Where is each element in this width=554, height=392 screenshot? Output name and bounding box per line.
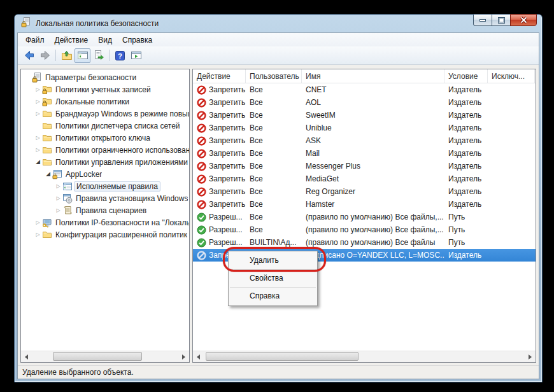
- action-cell: Разреш...: [193, 236, 246, 249]
- column-header[interactable]: Условие: [444, 69, 488, 83]
- condition-cell: Издатель: [444, 122, 488, 134]
- column-header[interactable]: Пользователь: [246, 69, 302, 83]
- menu-bar: Файл Действие Вид Справка: [18, 33, 539, 46]
- scrollbar-thumb[interactable]: [53, 352, 142, 361]
- back-icon[interactable]: [21, 48, 37, 63]
- deny-icon: [197, 98, 207, 108]
- tree-expander-icon[interactable]: ▷: [54, 180, 62, 192]
- column-header[interactable]: Имя: [302, 69, 444, 83]
- installer-rules-icon: [62, 193, 73, 204]
- context-menu-item-help[interactable]: Справка: [229, 288, 317, 304]
- column-header[interactable]: Действие: [193, 69, 246, 83]
- folder-icon: [42, 157, 53, 167]
- list-row[interactable]: ЗапретитьВсеCNETИздатель: [193, 83, 536, 96]
- action-cell: Запретить: [193, 147, 246, 160]
- exception-cell: [488, 83, 535, 96]
- scroll-right-arrow-icon[interactable]: [525, 351, 536, 362]
- user-cell: Все: [246, 160, 302, 172]
- tree-item[interactable]: ▷Политики ограниченного использован: [21, 144, 189, 156]
- action-cell: Разреш...: [193, 223, 246, 236]
- tree-expander-icon[interactable]: ◢: [44, 168, 52, 180]
- up-one-level-icon[interactable]: [59, 48, 75, 63]
- tree-item[interactable]: ▷Политики IP-безопасности на "Локаль: [21, 216, 189, 228]
- show-hide-console-tree-icon[interactable]: [75, 48, 90, 63]
- tree-expander-icon[interactable]: ▷: [34, 108, 42, 120]
- list-row[interactable]: ЗапретитьВсеUniblueИздатель: [193, 122, 536, 134]
- list-row[interactable]: ЗапретитьВсеHamsterИздатель: [193, 198, 536, 211]
- tree-expander-icon[interactable]: ▷: [34, 83, 42, 95]
- scroll-left-arrow-icon[interactable]: [21, 351, 32, 362]
- menu-help[interactable]: Справка: [117, 34, 157, 46]
- exception-cell: [488, 96, 535, 109]
- maximize-button[interactable]: [492, 14, 511, 26]
- context-menu-item-delete[interactable]: Удалить: [229, 253, 317, 269]
- rules-list-pane: ДействиеПользовательИмяУсловиеИсключ... …: [192, 69, 536, 363]
- tree-item[interactable]: Параметры безопасности: [21, 71, 189, 83]
- list-row[interactable]: ЗапретитьВсеSweetIMИздатель: [193, 109, 536, 122]
- title-bar[interactable]: Локальная политика безопасности: [17, 15, 539, 32]
- show-hide-action-pane-icon[interactable]: [128, 48, 144, 63]
- status-bar: Удаление выбранного объекта.: [18, 365, 539, 379]
- tree-expander-icon[interactable]: ▷: [34, 144, 42, 156]
- menu-action[interactable]: Действие: [50, 34, 94, 46]
- tree-expander-icon[interactable]: ▷: [34, 216, 42, 228]
- exception-cell: [488, 122, 535, 134]
- list-row[interactable]: ЗапретитьВсеMailИздатель: [193, 147, 536, 160]
- list-row[interactable]: ЗапретитьВсеAOLИздатель: [193, 96, 536, 109]
- menu-view[interactable]: Вид: [93, 34, 117, 46]
- list-rows: ЗапретитьВсеCNETИздательЗапретитьВсеAOLИ…: [193, 83, 536, 262]
- list-horizontal-scrollbar[interactable]: [193, 351, 536, 362]
- tree-item[interactable]: ▷Исполняемые правила: [21, 180, 189, 192]
- window-title: Локальная политика безопасности: [36, 19, 159, 28]
- status-text: Удаление выбранного объекта.: [22, 368, 134, 377]
- tree-item[interactable]: ◢AppLocker: [21, 168, 189, 180]
- tree-horizontal-scrollbar[interactable]: [21, 351, 189, 362]
- list-row[interactable]: Разреш...BUILTIN\Ад...(правило по умолча…: [193, 236, 536, 249]
- context-menu-item-properties[interactable]: Свойства: [229, 270, 317, 286]
- tree-item[interactable]: ▷Конфигурация расширенной политик: [21, 228, 189, 241]
- condition-cell: Издатель: [444, 134, 488, 147]
- column-header[interactable]: Исключ...: [488, 69, 535, 83]
- minimize-button[interactable]: [473, 14, 492, 26]
- list-row[interactable]: ЗапретитьВсеASKИздатель: [193, 134, 536, 147]
- tree-item[interactable]: Политики диспетчера списка сетей: [21, 120, 189, 132]
- tree-item[interactable]: ▷Локальные политики: [21, 95, 189, 108]
- help-icon[interactable]: ?: [112, 48, 128, 63]
- action-cell: Запретить: [193, 122, 246, 134]
- tree-item[interactable]: ▷Правила установщика Windows: [21, 192, 189, 204]
- tree-expander-icon[interactable]: ▷: [54, 204, 62, 216]
- folder-lock-icon: [42, 97, 53, 107]
- tree-expander-icon[interactable]: ▷: [54, 192, 62, 204]
- tree-item[interactable]: ▷Правила сценариев: [21, 204, 189, 216]
- list-row[interactable]: Разреш...Все(правило по умолчанию) Все ф…: [193, 211, 536, 223]
- tree-expander-icon[interactable]: ▷: [34, 95, 42, 108]
- scroll-right-arrow-icon[interactable]: [178, 351, 189, 362]
- folder-icon: [42, 230, 53, 240]
- tree-expander-icon[interactable]: ◢: [34, 156, 42, 168]
- forward-icon[interactable]: [37, 48, 53, 63]
- tree-item[interactable]: ▷Политики учетных записей: [21, 83, 189, 95]
- list-row[interactable]: ЗапретитьВсеMessenger PlusИздатель: [193, 160, 536, 172]
- scroll-left-arrow-icon[interactable]: [193, 351, 204, 362]
- tree-item[interactable]: ▷Политики открытого ключа: [21, 132, 189, 144]
- name-cell: (правило по умолчанию) Все файлы,...: [302, 223, 444, 236]
- scrollbar-thumb[interactable]: [206, 352, 359, 361]
- list-row[interactable]: ЗапретитьВсеReg OrganizerИздатель: [193, 185, 536, 198]
- close-button[interactable]: [510, 14, 537, 26]
- folder-icon: [42, 109, 53, 119]
- tree-expander-icon[interactable]: ▷: [34, 228, 42, 241]
- deny-icon: [197, 111, 207, 120]
- list-row[interactable]: Разреш...Все(правило по умолчанию) Все ф…: [193, 223, 536, 236]
- exception-cell: [488, 160, 535, 172]
- tree-expander-icon[interactable]: ▷: [34, 132, 42, 144]
- user-cell: Все: [246, 96, 302, 109]
- condition-cell: Издатель: [444, 109, 488, 122]
- tree-item[interactable]: ▷Брандмауэр Windows в режиме повыш: [21, 108, 189, 120]
- list-row[interactable]: ЗапретитьВсеMediaGetИздатель: [193, 172, 536, 185]
- menu-file[interactable]: Файл: [20, 34, 50, 46]
- action-cell: Запретить: [193, 109, 246, 122]
- tree-item[interactable]: ◢Политики управления приложениями: [21, 156, 189, 168]
- tree-item-label: Конфигурация расширенной политик: [55, 230, 187, 239]
- action-cell: Запретить: [193, 185, 246, 198]
- export-list-icon[interactable]: [90, 48, 106, 63]
